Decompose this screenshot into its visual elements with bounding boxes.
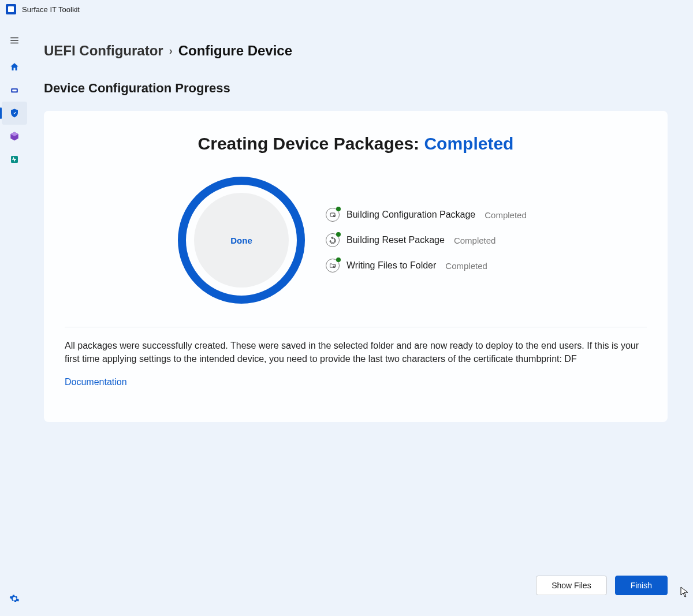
finish-button[interactable]: Finish — [615, 576, 668, 595]
hamburger-icon — [9, 35, 20, 46]
summary-text: All packages were successfully created. … — [65, 339, 647, 365]
step-status: Completed — [445, 261, 487, 271]
step-label: Building Reset Package — [346, 235, 445, 245]
progress-card: Creating Device Packages: Completed Done… — [44, 111, 668, 422]
chevron-right-icon: › — [169, 45, 173, 57]
app-icon — [6, 4, 16, 14]
step-list: Building Configuration Package Completed… — [326, 208, 527, 272]
nav-diagnostics[interactable] — [2, 148, 27, 171]
svg-rect-3 — [330, 213, 335, 216]
eraser-icon — [9, 85, 20, 95]
divider — [65, 327, 647, 327]
nav-home[interactable] — [2, 55, 27, 79]
show-files-button[interactable]: Show Files — [536, 576, 606, 595]
nav-settings[interactable] — [2, 587, 27, 610]
nav-uefi[interactable] — [2, 102, 27, 125]
titlebar: Surface IT Toolkit — [0, 0, 693, 18]
nav-eraser[interactable] — [2, 79, 27, 102]
gear-icon — [9, 593, 20, 604]
app-title: Surface IT Toolkit — [22, 5, 80, 14]
package-icon — [9, 131, 20, 141]
step-status: Completed — [485, 210, 527, 220]
section-title: Device Configuration Progress — [44, 81, 668, 96]
shield-icon — [9, 108, 20, 118]
hamburger-menu[interactable] — [3, 29, 26, 52]
documentation-link[interactable]: Documentation — [65, 377, 127, 387]
reset-package-icon — [326, 233, 340, 247]
content: UEFI Configurator › Configure Device Dev… — [29, 18, 693, 616]
step-label: Writing Files to Folder — [346, 260, 436, 271]
home-icon — [9, 62, 20, 72]
breadcrumb-parent[interactable]: UEFI Configurator — [44, 43, 163, 59]
config-package-icon — [326, 208, 340, 222]
step-item: Writing Files to Folder Completed — [326, 259, 527, 272]
svg-rect-1 — [12, 89, 17, 91]
breadcrumb: UEFI Configurator › Configure Device — [44, 43, 668, 59]
status-value: Completed — [424, 134, 513, 153]
step-item: Building Reset Package Completed — [326, 233, 527, 247]
sidebar — [0, 18, 29, 616]
diagnostics-icon — [9, 154, 20, 165]
status-heading: Creating Device Packages: Completed — [65, 134, 647, 154]
step-label: Building Configuration Package — [346, 210, 475, 220]
step-status: Completed — [454, 236, 496, 245]
svg-point-5 — [333, 266, 335, 268]
footer-actions: Show Files Finish — [536, 576, 668, 595]
folder-write-icon — [326, 259, 340, 272]
breadcrumb-current: Configure Device — [178, 43, 292, 59]
status-prefix: Creating Device Packages: — [198, 134, 420, 153]
progress-ring: Done — [178, 177, 305, 304]
nav-recovery[interactable] — [2, 125, 27, 148]
step-item: Building Configuration Package Completed — [326, 208, 527, 222]
svg-point-4 — [334, 215, 336, 217]
progress-ring-label: Done — [194, 193, 289, 288]
